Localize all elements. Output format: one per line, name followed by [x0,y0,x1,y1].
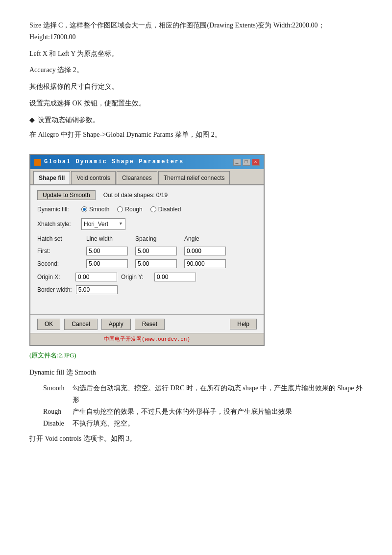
indent-smooth-line: Smooth 勾选后会自动填充、挖空。运行 DRC 时，在所有的动态 shape… [43,382,363,406]
paragraph-4: 其他根据你的尺寸自行定义。 [29,81,363,93]
paragraph-5: 设置完成选择 OK 按钮，使配置生效。 [29,98,363,109]
hatch-second-angle[interactable] [184,259,226,268]
tab-void-controls[interactable]: Void controls [71,171,116,184]
paragraph-1: Size 选择 C，这样整个作图区域会大一点，相应的作图范围(Drawing E… [29,20,363,43]
xhatch-dropdown-arrow: ▼ [119,220,123,227]
hatch-first-angle[interactable] [184,247,226,255]
origin-y-label: Origin Y: [121,272,150,282]
minimize-button[interactable]: _ [233,159,241,166]
dialog-body: Update to Smooth Out of date shapes: 0/1… [30,185,264,314]
close-button[interactable]: ✕ [252,159,260,166]
footer-right-buttons: Help [230,319,257,329]
indent-disable-line: Disable 不执行填充、挖空。 [43,418,363,429]
xhatch-label: Xhatch style: [37,219,81,229]
hatch-header-spacing: Spacing [135,234,184,244]
hatch-header-row: Hatch set Line width Spacing Angle [37,234,257,244]
indent-description: Smooth 勾选后会自动填充、挖空。运行 DRC 时，在所有的动态 shape… [43,382,363,429]
dynamic-fill-label: Dynamic fill: [37,204,81,214]
reset-button[interactable]: Reset [135,319,165,329]
update-to-smooth-button[interactable]: Update to Smooth [37,190,96,200]
dialog-tabs: Shape fill Void controls Clearances Ther… [30,169,264,185]
bullet-line-1: ◆ 设置动态铺铜参数。 [29,114,363,126]
origin-y-input[interactable] [154,273,196,281]
dialog-image: Global Dynamic Shape Parameters _ □ ✕ Sh… [29,154,265,346]
dynamic-fill-radio-group: Smooth Rough Disabled [81,204,181,214]
hatch-second-linewidth[interactable] [86,259,128,268]
tab-thermal-relief[interactable]: Thermal relief connects [158,171,230,184]
radio-smooth[interactable]: Smooth [81,204,109,214]
tab-shape-fill[interactable]: Shape fill [33,171,70,184]
cancel-button[interactable]: Cancel [64,319,97,329]
global-dynamic-shape-dialog: Global Dynamic Shape Parameters _ □ ✕ Sh… [29,154,265,346]
hatch-header-angle: Angle [184,234,233,244]
dynamic-fill-row: Dynamic fill: Smooth Rough Disabled [37,204,257,214]
indent-rough-key: Rough [43,406,73,418]
maximize-button[interactable]: □ [243,159,250,166]
titlebar-icon [34,159,41,166]
description-title: Dynamic fill 选 Smooth [29,367,363,378]
hatch-header-linewidth: Line width [86,234,135,244]
last-paragraph: 打开 Void controls 选项卡。如图 3。 [29,433,363,445]
out-of-date-label: Out of date shapes: 0/19 [103,190,168,200]
indent-smooth-key: Smooth [43,382,73,406]
xhatch-select[interactable]: Hori_Vert ▼ [81,218,125,230]
origin-x-input[interactable] [75,273,117,281]
border-width-input[interactable] [76,285,118,294]
footer-left-buttons: OK Cancel Apply Reset [37,319,165,329]
source-file-label: (原文件名:2.JPG) [29,350,363,361]
hatch-first-label: First: [37,246,86,256]
hatch-second-row: Second: [37,259,257,269]
indent-rough-line: Rough 产生自动挖空的效果，不过只是大体的外形样子，没有产生底片输出效果 [43,406,363,418]
radio-rough-label: Rough [125,204,142,214]
ok-button[interactable]: OK [37,319,60,329]
radio-rough-circle[interactable] [117,206,123,212]
hatch-first-spacing[interactable] [135,247,177,255]
titlebar-buttons[interactable]: _ □ ✕ [233,159,260,166]
hatch-second-spacing[interactable] [135,259,177,268]
hatch-second-label: Second: [37,259,86,269]
indent-disable-key: Disable [43,418,73,429]
radio-smooth-circle[interactable] [81,206,87,212]
watermark: 中国电子开发网(www.ourdev.cn) [30,333,264,346]
update-row: Update to Smooth Out of date shapes: 0/1… [37,190,257,200]
origin-x-label: Origin X: [37,272,72,282]
dialog-footer: OK Cancel Apply Reset Help [30,314,264,332]
help-button[interactable]: Help [230,319,257,329]
paragraph-6: 在 Allegro 中打开 Shape->Global Dynamic Para… [29,129,363,141]
paragraph-2: Left X 和 Left Y 为原点坐标。 [29,48,363,60]
apply-button[interactable]: Apply [101,319,131,329]
radio-disabled-label: Disabled [158,204,181,214]
radio-rough[interactable]: Rough [117,204,142,214]
origin-row: Origin X: Origin Y: [37,272,257,282]
tab-clearances[interactable]: Clearances [117,171,157,184]
border-width-label: Border width: [37,285,72,295]
hatch-first-row: First: [37,246,257,256]
titlebar-left: Global Dynamic Shape Parameters [34,157,184,167]
radio-disabled-circle[interactable] [150,206,156,212]
hatch-header-set: Hatch set [37,234,86,244]
dialog-titlebar: Global Dynamic Shape Parameters _ □ ✕ [30,155,264,169]
hatch-first-linewidth[interactable] [86,247,128,255]
bullet-diamond-icon: ◆ [29,114,35,126]
radio-smooth-label: Smooth [89,204,109,214]
radio-disabled[interactable]: Disabled [150,204,181,214]
border-width-row: Border width: [37,285,257,295]
xhatch-row: Xhatch style: Hori_Vert ▼ [37,218,257,230]
paragraph-3: Accuracy 选择 2。 [29,64,363,76]
